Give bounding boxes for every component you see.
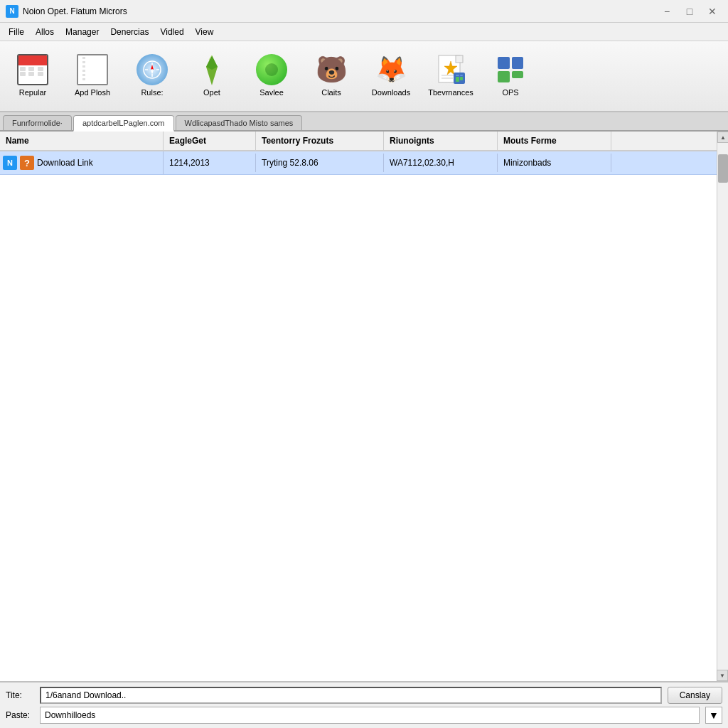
menu-fille[interactable]: Fille xyxy=(3,26,30,38)
tab-aptdcarbel[interactable]: aptdcarbelLPaglen.com xyxy=(73,115,174,132)
cell-territory: Tryting 52.8.06 xyxy=(256,154,384,172)
toolbar-repular-label: Repular xyxy=(19,88,47,97)
notebook-icon xyxy=(77,54,108,85)
paste-dropdown-btn[interactable]: ▼ xyxy=(705,707,722,724)
toolbar-tbevrnances[interactable]: Tbevrnances xyxy=(422,45,479,107)
col-riunoignts[interactable]: Riunoignts xyxy=(384,132,498,150)
cell-eagleget: 1214,2013 xyxy=(164,154,256,172)
tab-funrformolide[interactable]: Funrformolide· xyxy=(3,115,72,130)
pen-icon xyxy=(196,54,228,85)
toolbar-downloads-label: Downloads xyxy=(372,88,410,97)
menu-manager[interactable]: Manager xyxy=(60,26,105,38)
window-title: Noion Opet. Fiatum Micrors xyxy=(23,6,127,16)
toolbar-repular[interactable]: Repular xyxy=(4,45,61,107)
col-territory[interactable]: Teentorry Frozuts xyxy=(256,132,384,150)
toolbar-claits[interactable]: 🐻 Claits xyxy=(303,45,360,107)
toolbar-opet[interactable]: Opet xyxy=(183,45,240,107)
svg-marker-8 xyxy=(206,55,218,70)
toolbar-opet-label: Opet xyxy=(203,88,220,97)
svg-marker-6 xyxy=(151,70,154,75)
cell-mouts: Minizonbads xyxy=(498,154,611,172)
scrollbar-track[interactable]: ▲ ▼ xyxy=(717,132,728,681)
toolbar-downloads[interactable]: 🦊 Downloads xyxy=(363,45,419,107)
maximize-button[interactable]: □ xyxy=(680,4,700,18)
bear-icon: 🐻 xyxy=(316,54,347,85)
toolbar-ops[interactable]: OPS xyxy=(482,45,539,107)
menu-bar: Fille Allos Manager Denercias Vidled Vie… xyxy=(0,23,728,41)
toolbar-ops-label: OPS xyxy=(502,88,518,97)
table-header: Name EagleGet Teentorry Frozuts Riunoign… xyxy=(0,132,728,151)
paste-label: Paste: xyxy=(6,710,34,720)
svg-marker-5 xyxy=(151,65,154,70)
title-input[interactable] xyxy=(40,687,662,704)
row-icon-n: N xyxy=(3,156,17,170)
toolbar-rulse[interactable]: Rulse: xyxy=(124,45,181,107)
paste-input[interactable] xyxy=(40,707,700,724)
tab-wdlicapasd[interactable]: WdlicapasdThado Misto sames xyxy=(176,115,303,130)
table-body: N ? Download Link 1214,2013 Tryting 52.8… xyxy=(0,151,728,681)
menu-vidled[interactable]: Vidled xyxy=(154,26,189,38)
scroll-up-arrow[interactable]: ▲ xyxy=(717,132,728,143)
compass-icon xyxy=(136,54,168,85)
col-name[interactable]: Name xyxy=(0,132,164,150)
row-icon-q: ? xyxy=(20,156,34,170)
toolbar-rulse-label: Rulse: xyxy=(141,88,163,97)
bottom-area: Tite: Canslay Paste: ▼ xyxy=(0,681,728,728)
toolbar-claits-label: Claits xyxy=(321,88,341,97)
cell-riunoignts: WA7112,02.30,H xyxy=(384,154,498,172)
title-label: Tite: xyxy=(6,690,34,700)
col-eagleget[interactable]: EagleGet xyxy=(164,132,256,150)
minimize-button[interactable]: − xyxy=(657,4,677,18)
menu-view[interactable]: View xyxy=(190,26,220,38)
menu-denercias[interactable]: Denercias xyxy=(105,26,154,38)
cancel-button[interactable]: Canslay xyxy=(668,687,722,704)
title-bar: N Noion Opet. Fiatum Micrors − □ ✕ xyxy=(0,0,728,23)
table-row[interactable]: N ? Download Link 1214,2013 Tryting 52.8… xyxy=(0,151,728,175)
scrollbar-thumb[interactable] xyxy=(718,154,728,183)
green-circle-icon xyxy=(256,54,287,85)
toolbar-tbevrnances-label: Tbevrnances xyxy=(428,88,473,97)
table-container: Name EagleGet Teentorry Frozuts Riunoign… xyxy=(0,132,728,681)
title-bar-left: N Noion Opet. Fiatum Micrors xyxy=(6,5,127,18)
toolbar-apd-plosh[interactable]: Apd Plosh xyxy=(64,45,121,107)
toolbar-apd-plosh-label: Apd Plosh xyxy=(75,88,110,97)
cell-name: N ? Download Link xyxy=(0,151,164,174)
fox-icon: 🦊 xyxy=(375,54,407,85)
col-mouts[interactable]: Mouts Ferme xyxy=(498,132,611,150)
toolbar-savlee[interactable]: Savlee xyxy=(243,45,300,107)
toolbar: Repular Apd Plosh Rulse: xyxy=(0,41,728,112)
paste-row: Paste: ▼ xyxy=(6,707,722,724)
title-row: Tite: Canslay xyxy=(6,687,722,704)
svg-rect-11 xyxy=(456,55,463,63)
menu-allos[interactable]: Allos xyxy=(30,26,60,38)
star-page-icon xyxy=(435,54,466,85)
app-icon: N xyxy=(6,5,18,18)
calendar-icon xyxy=(17,54,48,85)
toolbar-savlee-label: Savlee xyxy=(259,88,284,97)
title-controls: − □ ✕ xyxy=(657,4,722,18)
tab-bar: Funrformolide· aptdcarbelLPaglen.com Wdl… xyxy=(0,112,728,132)
squares-icon xyxy=(495,54,526,85)
scroll-down-arrow[interactable]: ▼ xyxy=(717,670,728,681)
close-button[interactable]: ✕ xyxy=(702,4,722,18)
cell-name-text: Download Link xyxy=(37,158,93,168)
